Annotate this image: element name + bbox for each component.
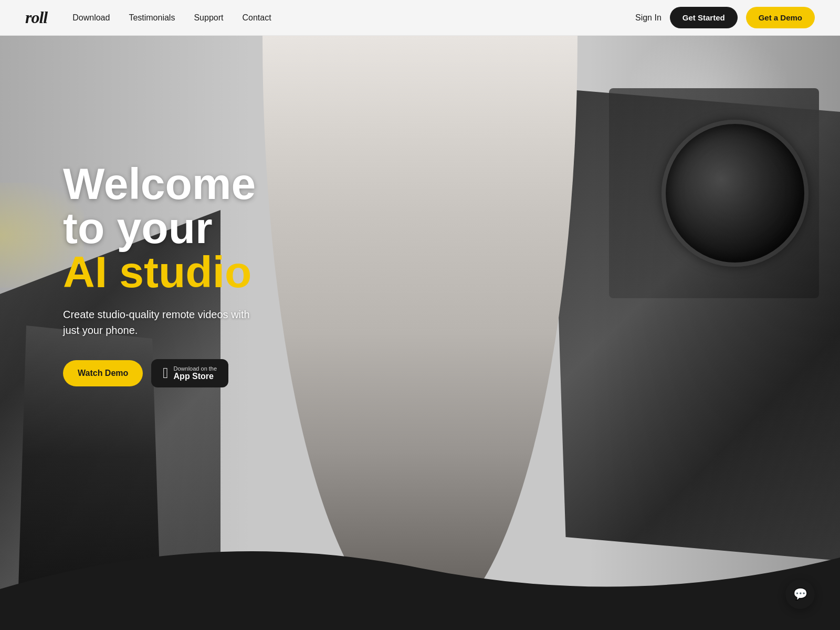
nav-item-support[interactable]: Support (194, 13, 223, 23)
nav-link-support[interactable]: Support (194, 13, 223, 22)
app-store-button[interactable]:  Download on the App Store (151, 359, 228, 387)
hero-title-line3: AI studio (63, 250, 336, 294)
logo[interactable]: roll (25, 8, 47, 27)
app-store-small-text: Download on the (174, 365, 217, 372)
logo-text: roll (25, 8, 47, 27)
get-demo-button[interactable]: Get a Demo (746, 7, 815, 28)
watch-demo-button[interactable]: Watch Demo (63, 360, 143, 386)
hero-title-line1: Welcome (63, 162, 336, 206)
navbar-right: Sign In Get Started Get a Demo (635, 7, 815, 28)
navbar-left: roll Download Testimonials Support Conta… (25, 8, 271, 27)
sign-in-button[interactable]: Sign In (635, 13, 662, 23)
nav-link-testimonials[interactable]: Testimonials (129, 13, 175, 22)
chat-icon: 💬 (793, 587, 807, 601)
hero-section: Welcome to your AI studio Create studio-… (0, 36, 840, 630)
nav-link-download[interactable]: Download (72, 13, 110, 22)
get-started-button[interactable]: Get Started (670, 7, 738, 28)
hero-title-line2: to your (63, 206, 336, 250)
nav-item-testimonials[interactable]: Testimonials (129, 13, 175, 23)
app-store-text: Download on the App Store (174, 365, 217, 381)
nav-link-contact[interactable]: Contact (242, 13, 271, 22)
app-store-big-text: App Store (174, 372, 217, 381)
hero-subtitle: Create studio-quality remote videos with… (63, 307, 262, 338)
nav-item-contact[interactable]: Contact (242, 13, 271, 23)
hero-bottom-curve (0, 526, 840, 630)
nav-links: Download Testimonials Support Contact (72, 13, 271, 23)
navbar: roll Download Testimonials Support Conta… (0, 0, 840, 36)
hero-content: Welcome to your AI studio Create studio-… (63, 162, 336, 387)
apple-icon:  (163, 366, 168, 381)
hero-buttons: Watch Demo  Download on the App Store (63, 359, 336, 387)
chat-widget[interactable]: 💬 (785, 580, 815, 609)
nav-item-download[interactable]: Download (72, 13, 110, 23)
